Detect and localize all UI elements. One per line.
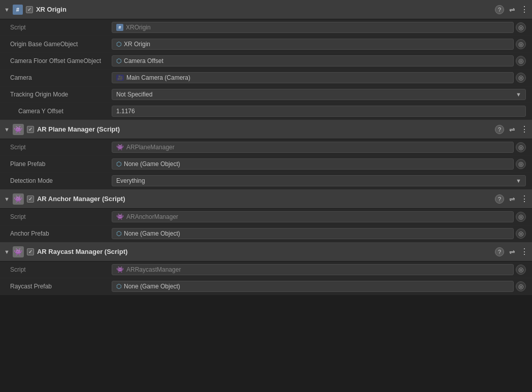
xr-origin-base-text: XR Origin [124, 41, 150, 48]
xr-origin-base-target[interactable] [516, 39, 526, 49]
ar-raycast-menu-button[interactable]: ⋮ [520, 247, 528, 256]
ar-plane-manager-header: ▼ 👾 AR Plane Manager (Script) ? ⇌ ⋮ [0, 120, 532, 139]
ar-raycast-settings-icon[interactable]: ⇌ [509, 248, 515, 256]
ar-anchor-checkbox[interactable] [27, 195, 34, 203]
xr-origin-camera-field[interactable]: 🎥 Main Camera (Camera) [112, 72, 514, 83]
xr-origin-camera-text: Main Camera (Camera) [126, 74, 190, 81]
xr-origin-tracking-label: Tracking Origin Mode [10, 91, 112, 98]
ar-raycast-script-label: Script [10, 266, 112, 273]
ar-anchor-chevron[interactable]: ▼ [4, 196, 10, 202]
xr-origin-help-button[interactable]: ? [495, 5, 504, 14]
ar-plane-prefab-label: Plane Prefab [10, 160, 112, 168]
ar-plane-help-button[interactable]: ? [495, 125, 504, 134]
cube-icon-floor: ⬡ [116, 57, 121, 64]
ar-plane-prefab-value: ⬡ None (Game Object) [112, 158, 526, 170]
ar-raycast-prefab-row: Raycast Prefab ⬡ None (Game Object) [0, 278, 532, 295]
ar-raycast-manager-header: ▼ 👾 AR Raycast Manager (Script) ? ⇌ ⋮ [0, 242, 532, 262]
xr-origin-camera-floor-target[interactable] [516, 56, 526, 66]
ar-plane-script-text: ARPlaneManager [126, 144, 175, 151]
xr-origin-y-offset-field[interactable]: 1.1176 [112, 106, 526, 117]
ar-anchor-script-field: 👾 ARAnchorManager [112, 211, 514, 222]
inspector-panel: ▼ # XR Origin ? ⇌ ⋮ Script # XROrigin Or [0, 0, 532, 295]
ar-raycast-script-field: 👾 ARRaycastManager [112, 264, 514, 275]
xr-origin-camera-floor-value: ⬡ Camera Offset [112, 55, 526, 67]
ar-raycast-prefab-field[interactable]: ⬡ None (Game Object) [112, 281, 514, 292]
xr-origin-menu-button[interactable]: ⋮ [520, 5, 528, 14]
ar-raycast-robot-icon: 👾 [116, 266, 124, 273]
xr-origin-camera-floor-field[interactable]: ⬡ Camera Offset [112, 55, 514, 67]
ar-raycast-prefab-value: ⬡ None (Game Object) [112, 281, 526, 292]
ar-plane-manager-content: Script 👾 ARPlaneManager Plane Prefab ⬡ N… [0, 139, 532, 189]
xr-origin-y-offset-text: 1.1176 [116, 108, 135, 115]
ar-anchor-help-button[interactable]: ? [495, 194, 504, 204]
ar-plane-prefab-row: Plane Prefab ⬡ None (Game Object) [0, 156, 532, 173]
ar-anchor-manager-header: ▼ 👾 AR Anchor Manager (Script) ? ⇌ ⋮ [0, 189, 532, 209]
xr-origin-camera-floor-label: Camera Floor Offset GameObject [10, 57, 112, 64]
ar-plane-checkbox[interactable] [27, 126, 34, 133]
cube-icon-base: ⬡ [116, 41, 121, 48]
ar-anchor-script-value: 👾 ARAnchorManager [112, 211, 526, 222]
xr-origin-camera-value: 🎥 Main Camera (Camera) [112, 72, 526, 83]
camera-icon: 🎥 [116, 75, 124, 81]
xr-origin-chevron[interactable]: ▼ [4, 7, 10, 13]
xr-origin-y-offset-label: Camera Y Offset [10, 108, 112, 115]
ar-plane-prefab-field[interactable]: ⬡ None (Game Object) [112, 158, 514, 170]
xr-origin-y-offset-value: 1.1176 [112, 106, 526, 117]
xr-origin-script-row: Script # XROrigin [0, 19, 532, 36]
ar-plane-detection-row: Detection Mode Everything ▼ [0, 173, 532, 189]
ar-plane-script-value: 👾 ARPlaneManager [112, 142, 526, 153]
ar-raycast-script-target[interactable] [516, 265, 526, 275]
xr-origin-script-field: # XROrigin [112, 22, 514, 33]
ar-plane-prefab-target[interactable] [516, 159, 526, 169]
xr-origin-base-label: Origin Base GameObject [10, 41, 112, 48]
xr-origin-camera-target[interactable] [516, 73, 526, 83]
ar-anchor-prefab-text: None (Game Object) [124, 230, 180, 237]
xr-origin-script-target[interactable] [516, 22, 526, 32]
ar-raycast-prefab-target[interactable] [516, 281, 526, 291]
ar-anchor-prefab-target[interactable] [516, 228, 526, 239]
xr-origin-tracking-select[interactable]: Not Specified ▼ [112, 89, 526, 100]
xr-origin-camera-label: Camera [10, 74, 112, 81]
xr-origin-y-offset-row: Camera Y Offset 1.1176 [0, 103, 532, 120]
ar-plane-chevron[interactable]: ▼ [4, 126, 10, 133]
xr-origin-settings-icon[interactable]: ⇌ [509, 6, 515, 14]
ar-raycast-script-value: 👾 ARRaycastManager [112, 264, 526, 275]
ar-raycast-title: AR Raycast Manager (Script) [37, 248, 127, 255]
raycast-prefab-cube-icon: ⬡ [116, 283, 121, 290]
ar-anchor-title: AR Anchor Manager (Script) [37, 195, 125, 203]
xr-origin-base-field[interactable]: ⬡ XR Origin [112, 39, 514, 50]
xr-origin-camera-row: Camera 🎥 Main Camera (Camera) [0, 70, 532, 86]
xr-origin-checkbox[interactable] [26, 6, 33, 13]
ar-anchor-prefab-field[interactable]: ⬡ None (Game Object) [112, 228, 514, 239]
ar-anchor-script-text: ARAnchorManager [126, 213, 178, 220]
xr-origin-header: ▼ # XR Origin ? ⇌ ⋮ [0, 0, 532, 19]
ar-raycast-help-button[interactable]: ? [495, 247, 504, 256]
ar-plane-menu-button[interactable]: ⋮ [520, 124, 528, 134]
ar-anchor-script-label: Script [10, 213, 112, 220]
ar-plane-detection-select[interactable]: Everything ▼ [112, 175, 526, 186]
ar-anchor-menu-button[interactable]: ⋮ [520, 194, 528, 204]
ar-plane-script-target[interactable] [516, 142, 526, 152]
ar-raycast-script-text: ARRaycastManager [126, 266, 181, 273]
ar-anchor-script-target[interactable] [516, 212, 526, 222]
xr-origin-tracking-row: Tracking Origin Mode Not Specified ▼ [0, 86, 532, 103]
ar-plane-script-row: Script 👾 ARPlaneManager [0, 139, 532, 156]
ar-plane-detection-text: Everything [116, 177, 145, 184]
ar-plane-settings-icon[interactable]: ⇌ [509, 125, 515, 134]
xr-origin-content: Script # XROrigin Origin Base GameObject… [0, 19, 532, 120]
ar-anchor-prefab-value: ⬡ None (Game Object) [112, 228, 526, 239]
ar-plane-detection-label: Detection Mode [10, 177, 112, 184]
ar-raycast-chevron[interactable]: ▼ [4, 249, 10, 255]
xr-origin-tracking-text: Not Specified [116, 91, 152, 98]
xr-origin-script-label: Script [10, 24, 112, 31]
ar-anchor-settings-icon[interactable]: ⇌ [509, 195, 515, 203]
ar-raycast-icon: 👾 [13, 246, 24, 257]
ar-raycast-checkbox[interactable] [27, 248, 34, 255]
xr-origin-tracking-value: Not Specified ▼ [112, 89, 526, 100]
xr-origin-script-value: # XROrigin [112, 22, 526, 33]
ar-plane-detection-value: Everything ▼ [112, 175, 526, 186]
xr-origin-base-value: ⬡ XR Origin [112, 39, 526, 50]
ar-anchor-robot-icon: 👾 [116, 213, 124, 220]
ar-plane-robot-icon: 👾 [116, 144, 124, 151]
ar-plane-script-label: Script [10, 144, 112, 151]
